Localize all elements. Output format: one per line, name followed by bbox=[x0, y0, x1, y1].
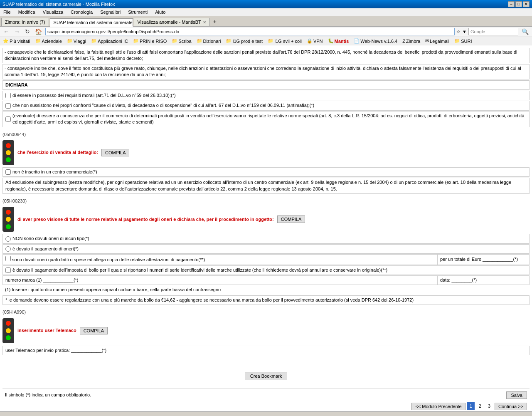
section-1-header: che l'esercizio di vendita al dettaglio:… bbox=[2, 139, 530, 167]
close-button[interactable]: ✕ bbox=[523, 1, 530, 7]
text-block-1: - consapevole che le dichiarazioni false… bbox=[2, 48, 530, 63]
bookmark-aziendale[interactable]: 📁 Aziendale bbox=[34, 38, 63, 44]
checkbox-1-label: di essere in possesso dei requisiti mora… bbox=[12, 92, 176, 99]
bookmark-i1g-prod[interactable]: 📁 I1G prod e test bbox=[224, 38, 264, 44]
crea-bookmark-button[interactable]: Crea Bookmark bbox=[245, 372, 287, 380]
footer-row: Il simbolo (*) indica un campo obbligato… bbox=[5, 391, 527, 399]
status-bar bbox=[0, 411, 532, 414]
prev-module-button[interactable]: << Modulo Precedente bbox=[411, 403, 465, 410]
bookmark-mantis[interactable]: 🐛 Mantis bbox=[327, 38, 350, 44]
light-yellow-3 bbox=[6, 328, 11, 333]
section-1-info: Ad esclusione del subingresso (senza mod… bbox=[2, 178, 530, 194]
section-2-note1: (1) Inserire i quattordici numeri presen… bbox=[2, 285, 530, 294]
bookmark-btn-container: Crea Bookmark bbox=[2, 372, 530, 380]
section-3-compila-button[interactable]: COMPILA bbox=[80, 327, 108, 334]
section-1-title: che l'esercizio di vendita al dettaglio: bbox=[17, 149, 98, 156]
bookmark-piu-visitati[interactable]: ⭐ Più visitati bbox=[2, 38, 32, 44]
bookmark-webnews[interactable]: 📄 Web-News v.1.6.4 bbox=[352, 38, 399, 44]
bookmark-legalmail[interactable]: ✉ Legalmail bbox=[424, 38, 451, 44]
address-bar: ← → ↻ 🏠 ☆ ▼ 🔍 bbox=[0, 27, 532, 37]
bookmark-zimbra[interactable]: Z Zimbra bbox=[401, 38, 421, 44]
checkbox-centro-commerciale[interactable] bbox=[5, 169, 11, 175]
save-button[interactable]: Salva bbox=[506, 391, 527, 399]
tab-suap[interactable]: SUAP telematico del sistema camerale ✕ bbox=[50, 18, 133, 27]
dichiara-text: DICHIARA bbox=[5, 82, 28, 87]
menu-file[interactable]: File bbox=[2, 9, 12, 15]
address-input[interactable] bbox=[45, 28, 455, 35]
oneri-right-text: per un totale di Euro ____________(*) bbox=[440, 257, 518, 262]
light-red-1 bbox=[6, 143, 11, 148]
checkbox-oneri-label: sono dovuti oneri quali diritti o spese … bbox=[12, 257, 205, 262]
bookmark-vpn[interactable]: 🔒 VPN bbox=[305, 38, 324, 44]
checkbox-bollo-label: è dovuto il pagamento dell'imposta di bo… bbox=[12, 267, 387, 273]
bookmarks-bar: ⭐ Più visitati 📁 Aziendale 📁 Viaggi 📁 Ap… bbox=[0, 37, 532, 45]
tab-zimbra[interactable]: Zimbra: In arrivo (7) bbox=[1, 18, 49, 26]
menu-aiuto[interactable]: Aiuto bbox=[153, 9, 167, 15]
radio-dovuto-pagamento[interactable] bbox=[5, 246, 11, 252]
search-button[interactable]: 🔍 bbox=[520, 27, 530, 36]
menu-modifica[interactable]: Modifica bbox=[17, 9, 37, 15]
section-3-code: (05HIA990) bbox=[2, 307, 530, 316]
tab-suap-label: SUAP telematico del sistema camerale bbox=[54, 20, 133, 25]
light-green-2 bbox=[6, 224, 11, 229]
bookmark-suri[interactable]: 📁 SURI bbox=[453, 38, 473, 44]
window-controls: – □ ✕ bbox=[508, 1, 530, 7]
maximize-button[interactable]: □ bbox=[515, 1, 522, 7]
section-1-compila-button[interactable]: COMPILA bbox=[101, 149, 130, 156]
forward-button[interactable]: → bbox=[12, 27, 22, 36]
menu-visualizza[interactable]: Visualizza bbox=[41, 9, 65, 15]
bookmark-i1g-svil[interactable]: 📁 I1G svil + coll bbox=[266, 38, 303, 44]
tab-mantis[interactable]: Visualizza anomalie - MantisBT ✕ bbox=[134, 18, 210, 26]
next-module-button[interactable]: Continua >> bbox=[495, 403, 527, 410]
reload-button[interactable]: ↻ bbox=[23, 27, 32, 36]
page-num-2[interactable]: 2 bbox=[476, 402, 484, 410]
new-tab-button[interactable]: + bbox=[211, 17, 219, 26]
checkbox-eventuale[interactable] bbox=[5, 116, 11, 122]
menu-strumenti[interactable]: Strumenti bbox=[126, 9, 149, 15]
radio-non-dovuti[interactable] bbox=[5, 236, 11, 242]
page-num-1[interactable]: 1 bbox=[467, 402, 475, 410]
telemaco-label: user Telemaco per invio pratica: _______… bbox=[5, 347, 106, 354]
star-icon: ☆ bbox=[456, 29, 461, 35]
tab-mantis-close[interactable]: ✕ bbox=[203, 20, 206, 25]
radio-1-label: NON sono dovuti oneri di alcun tipo(*) bbox=[12, 235, 89, 242]
traffic-light-2 bbox=[2, 207, 14, 232]
tab-mantis-label: Visualizza anomalie - MantisBT bbox=[138, 20, 201, 25]
section-2-compila-button[interactable]: COMPILA bbox=[277, 215, 305, 223]
checkbox-row-2: che non sussistono nei propri confronti … bbox=[2, 101, 530, 110]
checkbox-3-label: (eventuale) di essere a conoscenza che p… bbox=[12, 113, 527, 126]
section-2-radio-row-1: NON sono dovuti oneri di alcun tipo(*) bbox=[2, 234, 530, 243]
back-button[interactable]: ← bbox=[2, 27, 11, 36]
light-red-2 bbox=[6, 210, 11, 215]
menu-cronologia[interactable]: Cronologia bbox=[69, 9, 94, 15]
light-red-3 bbox=[6, 321, 11, 326]
bookmark-prin-riso[interactable]: 📁 PRIN e RISO bbox=[132, 38, 168, 44]
section-2-title: di aver preso visione di tutte le norme … bbox=[17, 216, 274, 223]
text-p1: - consapevole che le dichiarazioni false… bbox=[5, 49, 527, 62]
checkbox-oneri-diritti[interactable] bbox=[5, 256, 11, 261]
bookmark-scriba[interactable]: 📁 Scriba bbox=[170, 38, 192, 44]
home-button[interactable]: 🏠 bbox=[33, 27, 44, 36]
menu-segnalibri[interactable]: Segnalibri bbox=[99, 9, 122, 15]
footnote-text: Il simbolo (*) indica un campo obbligato… bbox=[5, 392, 91, 398]
section-1-checkbox-row: non è inserito in un centro commerciale(… bbox=[2, 167, 530, 177]
section-2-marca-row: numero marca (1) ____________(*) data: _… bbox=[2, 275, 530, 285]
bookmark-applicazioni-ic[interactable]: 📁 Applicazioni IC bbox=[90, 38, 129, 44]
section-1-code: (05h00644) bbox=[2, 130, 530, 139]
page-num-3[interactable]: 3 bbox=[485, 402, 493, 410]
bookmark-viaggi[interactable]: 📁 Viaggi bbox=[66, 38, 87, 44]
checkbox-bollo[interactable] bbox=[5, 267, 11, 273]
page-navigation: << Modulo Precedente 1 2 3 Continua >> bbox=[411, 402, 527, 410]
marca-right: data: ________(*) bbox=[438, 276, 529, 285]
minimize-button[interactable]: – bbox=[508, 1, 515, 7]
light-yellow-2 bbox=[6, 217, 11, 222]
bookmark-dizionari[interactable]: 📁 Dizionari bbox=[195, 38, 222, 44]
search-input[interactable] bbox=[468, 28, 518, 35]
checkbox-antimafia[interactable] bbox=[5, 103, 11, 109]
section-2-bollo-row: è dovuto il pagamento dell'imposta di bo… bbox=[2, 265, 530, 275]
marca-left: numero marca (1) ____________(*) bbox=[3, 276, 438, 285]
window-title: SUAP telematico del sistema camerale - M… bbox=[2, 2, 115, 7]
checkbox-requisiti-morali[interactable] bbox=[5, 93, 11, 98]
menu-bar: File Modifica Visualizza Cronologia Segn… bbox=[0, 8, 532, 16]
text-block-2: - consapevole inoltre che, dove il fatto… bbox=[2, 64, 530, 79]
